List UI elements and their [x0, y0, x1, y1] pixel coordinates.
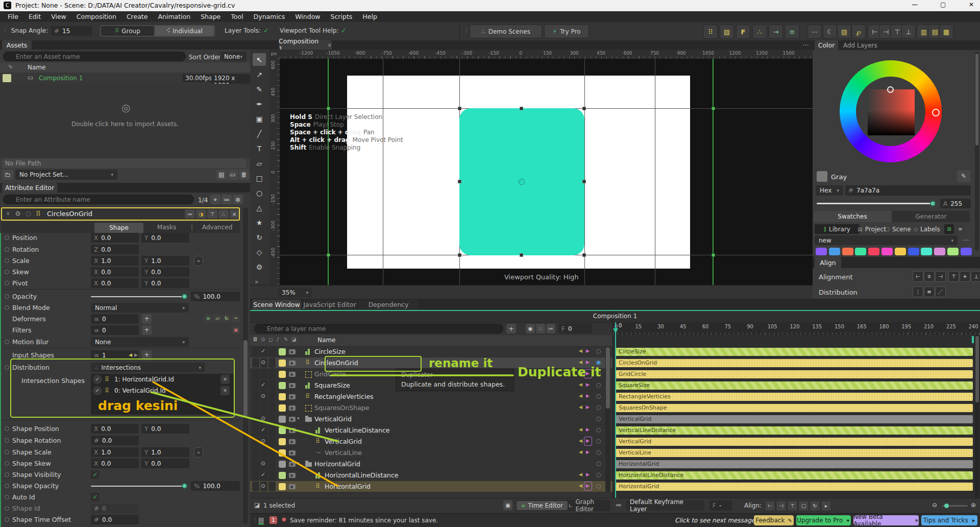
keyframe-toggle[interactable] — [5, 461, 9, 466]
align-bottom-icon[interactable]: ⊥ — [901, 25, 916, 39]
solo-icon[interactable]: ○ — [596, 348, 601, 354]
tab-assets[interactable]: Assets — [2, 40, 32, 50]
palette-swatch[interactable] — [881, 248, 893, 255]
alpha-slider-knob[interactable] — [930, 201, 936, 206]
palette-swatch[interactable] — [947, 248, 959, 255]
align-button[interactable]: ⊢ — [913, 271, 923, 282]
toolstrip-expand-icon[interactable]: » — [255, 278, 258, 285]
slider-knob[interactable] — [182, 483, 187, 489]
layer-toggle-cell[interactable] — [260, 403, 267, 413]
attr-scrollbar[interactable] — [243, 207, 248, 524]
keyframe-toggle[interactable] — [5, 247, 9, 252]
grid-dots-icon[interactable]: ⠿ — [703, 25, 718, 39]
menu-item-help[interactable]: Help — [358, 12, 382, 21]
hex-input[interactable]: # 7a7a7a — [845, 185, 971, 196]
layer-name[interactable]: VerticalGrid — [314, 415, 352, 423]
new-window-button[interactable]: ▭ — [228, 170, 238, 180]
layer-camera-toggle[interactable] — [289, 450, 296, 456]
asset-row[interactable]: ▭ Composition 1 30.00fps 1920 x 1080 — [0, 73, 250, 84]
library-tab-project[interactable]: ▤Project — [861, 224, 883, 234]
transform-tool[interactable]: ▱ — [253, 157, 266, 170]
playhead-line[interactable] — [615, 322, 616, 498]
menu-item-animation[interactable]: Animation — [153, 12, 195, 21]
palette-swatch[interactable] — [961, 248, 972, 255]
alpha-input[interactable]: A 255 — [940, 199, 971, 208]
position-field-Y[interactable]: Y0.0 — [141, 233, 189, 243]
solo-icon[interactable]: ○ — [596, 438, 601, 444]
lock-icon[interactable]: ◘ — [253, 337, 257, 342]
viewport-canvas[interactable]: Hold SDirect Layer SelectionSpacePlay/ S… — [280, 59, 813, 285]
timeline-bar[interactable]: RectangleVerticies — [616, 393, 973, 401]
next-message-link[interactable]: Click to see next message — [675, 517, 755, 524]
pivot-field-X[interactable]: X0.0 — [91, 278, 139, 288]
slider-track[interactable] — [91, 486, 186, 487]
state-button[interactable]: ◑ — [196, 209, 206, 219]
project-folder-button[interactable]: 🗀 — [2, 170, 13, 180]
tab-attribute-editor[interactable]: Attribute Editor — [2, 183, 57, 193]
timeline-bar[interactable]: VerticalLineDistance — [616, 426, 973, 435]
palette-swatch[interactable] — [895, 248, 906, 255]
layer-name[interactable]: HorizontalLineDistance — [325, 471, 399, 479]
camera-icon[interactable]: ◪ — [291, 337, 296, 342]
menu-item-composition[interactable]: Composition — [72, 12, 121, 21]
layer-camera-toggle[interactable] — [289, 394, 296, 399]
timeline-bar[interactable]: VerticalGrid — [616, 415, 973, 423]
layer-toggle-cell[interactable] — [268, 425, 276, 435]
current-color-swatch[interactable] — [817, 171, 827, 182]
palette-swatch[interactable] — [829, 248, 840, 255]
keyframe-prev-icon[interactable]: ◀ — [579, 483, 582, 488]
timeline-bar[interactable]: VerticalGrid — [616, 438, 973, 446]
filters-field-≡[interactable]: ≡0 — [91, 325, 139, 335]
layer-visibility-icon[interactable]: ⊙ — [15, 210, 20, 217]
zoom-dropdown[interactable]: 35%▾ — [278, 288, 312, 297]
shape-rotation-field-#[interactable]: #0.0 — [91, 436, 139, 445]
enabled-check-icon[interactable]: ✓ — [261, 348, 265, 354]
tab-color[interactable]: Color — [815, 40, 838, 50]
tab-shape[interactable]: Shape — [94, 223, 143, 233]
grid-view-icon[interactable]: ⊞ — [944, 224, 954, 234]
layer-toggle-cell[interactable] — [268, 369, 276, 379]
text-tool[interactable]: T — [253, 142, 266, 155]
layer-camera-toggle[interactable] — [289, 405, 296, 411]
tab-advanced[interactable]: Advanced — [202, 224, 232, 231]
camera-tool[interactable]: ▣ — [253, 112, 266, 125]
clear-search-button[interactable]: ⊗ — [233, 195, 243, 204]
keyframe-next-icon[interactable]: ▶ — [586, 404, 590, 410]
layer-toggle-cell[interactable] — [268, 414, 276, 424]
minimize-button[interactable]: — — [912, 1, 918, 8]
layer-name[interactable]: VerticalGrid — [325, 438, 362, 445]
palette-dropdown[interactable]: new▾ — [815, 235, 958, 245]
menu-item-window[interactable]: Window — [290, 12, 325, 21]
percent-field[interactable]: %100.0 — [191, 292, 240, 301]
settings-tool[interactable]: ⚙ — [253, 260, 266, 273]
open-folder-button[interactable]: ▤ — [216, 170, 227, 180]
layer-color-swatch[interactable] — [279, 427, 286, 434]
sv-square[interactable] — [868, 89, 915, 135]
layer-toggle-cell[interactable] — [252, 358, 259, 368]
import-dropzone[interactable]: ◎ Double click here to import Assets. — [0, 84, 250, 158]
keyframe-toggle[interactable] — [5, 426, 9, 431]
palette-swatch[interactable] — [816, 248, 827, 255]
attribute-search-input[interactable] — [3, 195, 194, 204]
tab-graph-editor[interactable]: ∟ Graph Editor — [569, 501, 609, 510]
layer-toggle-cell[interactable] — [268, 437, 276, 446]
moon-icon[interactable]: ☾ — [823, 25, 837, 39]
layer-color-swatch[interactable] — [279, 416, 286, 423]
slider-knob[interactable] — [182, 294, 187, 299]
tab-masks[interactable]: Masks — [157, 224, 176, 231]
timeline-zoom-knob[interactable] — [944, 504, 949, 508]
timeline-bar[interactable]: HorizontalLineDistance — [616, 471, 973, 480]
solo-icon[interactable]: ○ — [596, 426, 601, 433]
keyframe-next-icon[interactable]: ▶ — [586, 393, 590, 398]
layer-color-swatch[interactable] — [279, 472, 286, 479]
layer-toggle-cell[interactable] — [252, 380, 259, 390]
layer-name[interactable]: RectangleVerticies — [314, 393, 374, 400]
distribute-button[interactable]: ⋮ — [913, 286, 923, 297]
skew-field-X[interactable]: X0.0 — [91, 267, 139, 277]
layer-search-input[interactable] — [254, 324, 503, 333]
layer-toggle-cell[interactable] — [268, 380, 276, 390]
layer-color-swatch[interactable] — [279, 382, 286, 389]
layer-toggle-cell[interactable] — [268, 459, 276, 469]
keyframe-align-button[interactable]: ↻ — [810, 500, 820, 511]
line-tool[interactable]: ╱ — [253, 127, 266, 140]
